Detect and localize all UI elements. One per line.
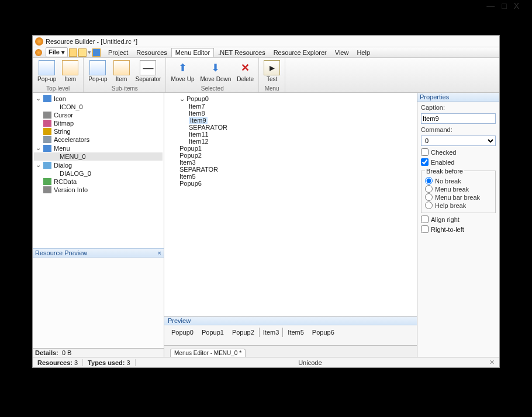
preview-menu-item[interactable]: Item3 bbox=[259, 328, 284, 337]
break-before-legend: Break before bbox=[425, 168, 464, 175]
menu-node-label: Item9 bbox=[189, 117, 208, 124]
resource-node-bitmap[interactable]: Bitmap bbox=[34, 119, 163, 127]
resource-node-dialog[interactable]: ⌄Dialog bbox=[34, 161, 163, 169]
popup-sub-button[interactable]: Pop-up bbox=[87, 59, 108, 84]
enabled-checkbox[interactable] bbox=[421, 158, 429, 166]
outer-minimize-button[interactable]: — bbox=[486, 1, 495, 11]
outer-maximize-button[interactable]: □ bbox=[502, 1, 506, 11]
break-radio[interactable] bbox=[425, 177, 433, 185]
ribbon-tab-project[interactable]: Project bbox=[104, 48, 132, 57]
titlebar: Resource Builder - [Untitled.rc *] bbox=[33, 36, 499, 47]
menu-node-popup1[interactable]: Popup1 bbox=[169, 145, 412, 152]
open-icon[interactable] bbox=[78, 48, 87, 57]
status-types-value: 3 bbox=[127, 359, 130, 366]
test-button[interactable]: ▸Test bbox=[262, 59, 281, 84]
move-down-icon: ⬇ bbox=[208, 60, 224, 75]
resource-node-cursor[interactable]: Cursor bbox=[34, 111, 163, 119]
properties-title: Properties bbox=[417, 93, 499, 102]
ribbon-tab--net-resources[interactable]: .NET Resources bbox=[214, 48, 270, 57]
ribbon-tab-resources[interactable]: Resources bbox=[132, 48, 171, 57]
menu-node-item9[interactable]: Item9 bbox=[169, 117, 412, 124]
move-up-button[interactable]: ⬆Move Up bbox=[170, 59, 195, 84]
break-option-label: Menu bar break bbox=[435, 194, 480, 201]
resource-tree[interactable]: ⌄IconICON_0CursorBitmapStringAccelerator… bbox=[33, 93, 164, 248]
resource-node-accelerators[interactable]: Accelerators bbox=[34, 135, 163, 144]
menu-node-separator[interactable]: SEPARATOR bbox=[169, 166, 412, 173]
break-option-menu-break[interactable]: Menu break bbox=[425, 185, 492, 193]
delete-button[interactable]: ✕Delete bbox=[236, 59, 255, 84]
break-radio[interactable] bbox=[425, 201, 433, 209]
outer-window-controls: — □ X bbox=[486, 1, 519, 11]
chevron-down-icon[interactable]: ⌄ bbox=[35, 161, 41, 169]
left-column: ⌄IconICON_0CursorBitmapStringAccelerator… bbox=[33, 93, 164, 357]
preview-menu-item[interactable]: Popup1 bbox=[198, 328, 227, 337]
ribbon-tab-view[interactable]: View bbox=[331, 48, 353, 57]
break-option-menu-bar-break[interactable]: Menu bar break bbox=[425, 193, 492, 201]
preview-menu-item[interactable]: Popup2 bbox=[229, 328, 258, 337]
break-option-help-break[interactable]: Help break bbox=[425, 201, 492, 209]
command-select[interactable]: 0 bbox=[421, 135, 496, 146]
resource-node-rcdata[interactable]: RCData bbox=[34, 178, 163, 186]
chevron-down-icon[interactable]: ⌄ bbox=[35, 144, 41, 152]
app-window: Resource Builder - [Untitled.rc *] File … bbox=[32, 35, 500, 368]
menu-node-label: SEPARATOR bbox=[179, 166, 218, 173]
details-value: 0 B bbox=[62, 349, 72, 356]
menu-tree[interactable]: ⌄Popup0Item7Item8Item9SEPARATORItem11Ite… bbox=[164, 93, 417, 316]
menu-node-popup2[interactable]: Popup2 bbox=[169, 152, 412, 159]
resource-node-label: String bbox=[54, 128, 71, 135]
ribbon-tab-help[interactable]: Help bbox=[353, 48, 374, 57]
break-option-no-break[interactable]: No break bbox=[425, 177, 492, 185]
checked-checkbox[interactable] bbox=[421, 148, 429, 156]
menu-node-popup0[interactable]: ⌄Popup0 bbox=[169, 95, 412, 103]
menu-node-item3[interactable]: Item3 bbox=[169, 159, 412, 166]
menu-node-popup6[interactable]: Popup6 bbox=[169, 180, 412, 187]
separator-button[interactable]: —Separator bbox=[134, 59, 163, 84]
save-icon[interactable] bbox=[92, 48, 101, 57]
preview-menu-item[interactable]: Popup0 bbox=[168, 328, 197, 337]
menu-node-item12[interactable]: Item12 bbox=[169, 138, 412, 145]
resource-node-version-info[interactable]: Version Info bbox=[34, 186, 163, 194]
menu-node-separator[interactable]: SEPARATOR bbox=[169, 124, 412, 131]
menu-node-item11[interactable]: Item11 bbox=[169, 131, 412, 138]
chevron-down-icon[interactable]: ⌄ bbox=[35, 95, 41, 102]
rcdata-resource bbox=[43, 178, 51, 185]
preview-menu-item[interactable]: Item5 bbox=[284, 328, 308, 337]
resource-node-icon[interactable]: ⌄Icon bbox=[34, 94, 163, 103]
menu-node-item8[interactable]: Item8 bbox=[169, 110, 412, 117]
menu-node-item7[interactable]: Item7 bbox=[169, 103, 412, 110]
preview-menu-item[interactable]: Popup6 bbox=[309, 328, 338, 337]
menu-node-label: SEPARATOR bbox=[189, 124, 227, 131]
resource-item-icon-0[interactable]: ICON_0 bbox=[34, 103, 163, 111]
chevron-down-icon[interactable]: ⌄ bbox=[179, 95, 186, 103]
ribbon-group-label: Sub-items bbox=[87, 85, 162, 92]
window-title: Resource Builder - [Untitled.rc *] bbox=[46, 38, 497, 45]
caption-input[interactable] bbox=[421, 113, 496, 124]
document-tab[interactable]: Menus Editor - MENU_0 * bbox=[170, 349, 246, 357]
break-radio[interactable] bbox=[425, 193, 433, 201]
new-icon[interactable] bbox=[69, 48, 77, 57]
resource-preview-close-icon[interactable]: × bbox=[158, 249, 161, 256]
move-down-button[interactable]: ⬇Move Down bbox=[199, 59, 232, 84]
align-right-checkbox[interactable] bbox=[421, 216, 429, 223]
ribbon-tab-resource-explorer[interactable]: Resource Explorer bbox=[270, 48, 331, 57]
icon-resource bbox=[43, 95, 51, 102]
resource-node-menu[interactable]: ⌄Menu bbox=[34, 144, 163, 152]
popup-top-button[interactable]: Pop-up bbox=[36, 59, 57, 84]
file-menu[interactable]: File ▾ bbox=[46, 47, 68, 57]
resource-item-menu-0[interactable]: MENU_0 bbox=[34, 152, 163, 161]
outer-close-button[interactable]: X bbox=[514, 1, 519, 11]
menu-node-item5[interactable]: Item5 bbox=[169, 173, 412, 180]
menu-node-label: Item8 bbox=[189, 110, 205, 117]
item-sub-button[interactable]: Item bbox=[112, 59, 131, 84]
resource-node-label: Accelerators bbox=[54, 136, 89, 143]
resource-preview-body bbox=[33, 258, 164, 348]
item-top-button[interactable]: Item bbox=[61, 59, 80, 84]
caption-label: Caption: bbox=[421, 104, 496, 111]
rtl-checkbox[interactable] bbox=[421, 225, 429, 233]
resource-node-string[interactable]: String bbox=[34, 127, 163, 135]
resource-item-dialog-0[interactable]: DIALOG_0 bbox=[34, 169, 163, 178]
ribbon-tab-menu-editor[interactable]: Menu Editor bbox=[171, 48, 214, 57]
menu-resource bbox=[43, 145, 51, 152]
break-radio[interactable] bbox=[425, 185, 433, 193]
ribbon-group-label: Top-level bbox=[36, 85, 80, 92]
